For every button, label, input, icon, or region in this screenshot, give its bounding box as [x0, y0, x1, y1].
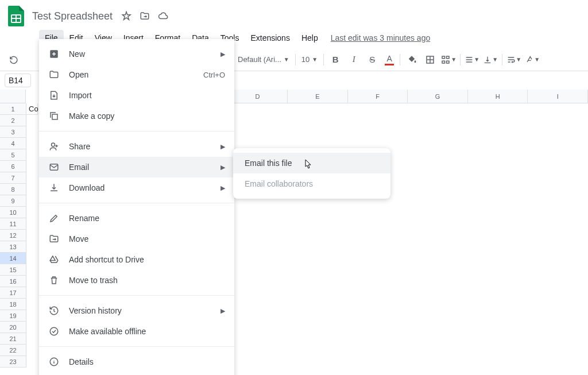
strikethrough-button[interactable]: S: [364, 52, 380, 68]
menu-item-make-available-offline[interactable]: Make available offline: [39, 321, 234, 342]
menu-item-make-a-copy[interactable]: Make a copy: [39, 106, 234, 126]
document-title[interactable]: Test Spreadsheet: [28, 8, 117, 25]
menu-item-move-to-trash[interactable]: Move to trash: [39, 270, 234, 291]
row-header[interactable]: 17: [0, 287, 26, 299]
row-header[interactable]: 12: [0, 230, 26, 241]
row-header[interactable]: 5: [0, 149, 26, 161]
row-header[interactable]: 23: [0, 356, 26, 368]
row-header[interactable]: 9: [0, 195, 26, 207]
row-header[interactable]: 15: [0, 264, 26, 276]
shortcut-label: Ctrl+O: [203, 71, 225, 79]
row-header[interactable]: 18: [0, 299, 26, 310]
row-header[interactable]: 14: [0, 253, 26, 264]
separator: [295, 54, 296, 65]
column-header[interactable]: I: [528, 90, 588, 103]
submenu-arrow-icon: ▶: [220, 51, 225, 58]
menu-item-rename[interactable]: Rename: [39, 208, 234, 229]
font-size-select[interactable]: 10▼: [298, 53, 321, 66]
drive-add-icon: [48, 254, 60, 265]
text-rotation-button[interactable]: ▼: [524, 52, 540, 68]
chevron-down-icon: ▼: [284, 56, 289, 63]
row-header[interactable]: 20: [0, 322, 26, 333]
menu-item-label: Move: [69, 234, 225, 243]
menu-separator: [39, 131, 234, 132]
menu-item-label: Make available offline: [69, 327, 225, 336]
menu-separator: [39, 346, 234, 347]
undo-button[interactable]: [6, 52, 22, 68]
person-plus-icon: [48, 141, 60, 152]
last-edit-link[interactable]: Last edit was 3 minutes ago: [331, 33, 431, 42]
menu-item-move[interactable]: Move: [39, 229, 234, 249]
borders-button[interactable]: [422, 52, 438, 68]
row-header[interactable]: 6: [0, 161, 26, 172]
menu-item-open[interactable]: OpenCtrl+O: [39, 64, 234, 85]
move-icon[interactable]: [139, 10, 150, 22]
column-header[interactable]: D: [228, 90, 288, 103]
menu-separator: [39, 295, 234, 296]
import-icon: [48, 90, 60, 101]
column-header[interactable]: E: [288, 90, 348, 103]
menu-extensions[interactable]: Extensions: [245, 30, 295, 46]
menu-item-share[interactable]: Share▶: [39, 136, 234, 157]
row-header[interactable]: 8: [0, 184, 26, 195]
color-swatch: [385, 64, 394, 65]
row-header[interactable]: 10: [0, 207, 26, 218]
cell[interactable]: Co: [26, 103, 38, 115]
column-header[interactable]: F: [348, 90, 408, 103]
mail-icon: [48, 161, 60, 173]
bold-button[interactable]: B: [327, 52, 343, 68]
horizontal-align-button[interactable]: ▼: [464, 52, 480, 68]
separator: [323, 54, 324, 65]
menu-separator: [39, 203, 234, 203]
menu-item-label: Move to trash: [69, 276, 225, 285]
separator: [400, 54, 400, 65]
row-header[interactable]: 7: [0, 172, 26, 184]
menu-item-email[interactable]: Email▶: [39, 157, 234, 177]
text-color-button[interactable]: A: [381, 52, 397, 68]
menu-item-label: Rename: [69, 214, 225, 223]
folder-move-icon: [48, 233, 60, 245]
row-header[interactable]: 13: [0, 241, 26, 253]
merge-cells-button[interactable]: ▼: [440, 52, 457, 68]
font-family-select[interactable]: Default (Ari...▼: [234, 53, 293, 66]
menu-item-add-shortcut-to-drive[interactable]: Add shortcut to Drive: [39, 249, 234, 270]
menu-item-settings[interactable]: Settings: [39, 372, 234, 375]
menu-item-label: New: [69, 49, 220, 59]
menu-item-import[interactable]: Import: [39, 85, 234, 106]
row-header[interactable]: 2: [0, 115, 26, 126]
menu-item-download[interactable]: Download▶: [39, 177, 234, 198]
row-header[interactable]: 22: [0, 345, 26, 356]
row-header[interactable]: 21: [0, 333, 26, 345]
email-collaborators-item: Email collaborators: [233, 173, 390, 194]
row-header[interactable]: 4: [0, 138, 26, 149]
menu-item-label: Make a copy: [69, 111, 225, 121]
row-header[interactable]: 3: [0, 126, 26, 138]
fill-color-button[interactable]: [404, 52, 420, 68]
star-icon[interactable]: [121, 10, 132, 22]
info-icon: [48, 356, 60, 368]
menu-item-label: Email: [69, 163, 220, 172]
column-header[interactable]: H: [468, 90, 528, 103]
row-header[interactable]: 11: [0, 218, 26, 230]
name-box[interactable]: B14: [5, 74, 31, 87]
offline-icon: [48, 326, 60, 337]
menu-item-new[interactable]: New▶: [39, 44, 234, 64]
menu-item-details[interactable]: Details: [39, 351, 234, 372]
separator: [502, 54, 502, 65]
italic-button[interactable]: I: [346, 52, 362, 68]
menu-item-version-history[interactable]: Version history▶: [39, 300, 234, 321]
text-wrap-button[interactable]: ▼: [506, 52, 522, 68]
sheets-logo[interactable]: [5, 5, 28, 28]
row-header[interactable]: 1: [0, 103, 26, 115]
select-all-corner[interactable]: [0, 90, 26, 103]
cloud-icon[interactable]: [157, 10, 169, 22]
svg-rect-7: [52, 114, 57, 119]
cursor-icon: [302, 158, 312, 171]
row-headers: 1234567891011121314151617181920212223: [0, 103, 26, 368]
row-header[interactable]: 19: [0, 310, 26, 322]
submenu-arrow-icon: ▶: [220, 143, 225, 150]
row-header[interactable]: 16: [0, 276, 26, 287]
column-header[interactable]: G: [408, 90, 468, 103]
menu-help[interactable]: Help: [296, 30, 324, 46]
vertical-align-button[interactable]: ▼: [482, 52, 498, 68]
